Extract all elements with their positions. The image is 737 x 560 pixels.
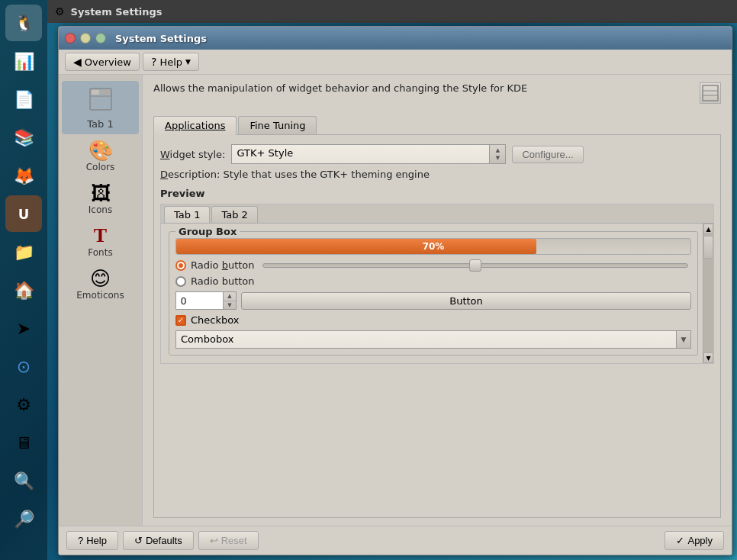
description-prefix-rest: escription: — [168, 169, 224, 180]
description-bar: Allows the manipulation of widget behavi… — [153, 82, 721, 108]
colors-label: Colors — [86, 162, 115, 172]
spinner-input[interactable]: 0 — [175, 291, 223, 310]
widget-style-select[interactable]: GTK+ Style — [231, 144, 489, 164]
window-title: System Settings — [115, 33, 207, 44]
maximize-button[interactable] — [95, 33, 106, 43]
help-toolbar-button[interactable]: ? Help ▼ — [143, 53, 199, 71]
preview-tab1-label: Tab 1 — [174, 209, 200, 220]
radio2-button[interactable] — [175, 276, 186, 287]
sidebar-item-icons[interactable]: 🖼 Icons — [62, 179, 139, 220]
description-line: Description: Style that uses the GTK+ th… — [160, 169, 714, 180]
radio1-row: Radio button — [175, 259, 255, 271]
spinner-btn-row: 0 ▲ ▼ Button — [175, 291, 691, 310]
bottom-bar: ? Help ↺ Defaults ↩ Reset ✓ Apply — [59, 526, 732, 555]
scroll-up-button[interactable]: ▲ — [703, 224, 713, 234]
apply-label: Apply — [687, 535, 713, 546]
slider-handle[interactable] — [469, 259, 481, 272]
app-title: System Settings — [71, 6, 163, 18]
taskbar-document[interactable]: 📄 — [5, 81, 42, 117]
scroll-down-button[interactable]: ▼ — [703, 352, 713, 363]
description-prefix: D — [160, 169, 168, 180]
combobox-input[interactable]: Combobox — [175, 330, 676, 349]
minimize-button[interactable] — [80, 33, 91, 43]
preview-button[interactable]: Button — [241, 292, 691, 310]
main-tabs: Applications Fine Tuning — [153, 116, 721, 135]
taskbar-ubuntu[interactable]: 🐧 — [5, 5, 42, 41]
spinner-arrows[interactable]: ▲ ▼ — [223, 291, 237, 310]
checkbox[interactable]: ✓ — [175, 315, 186, 326]
widget-style-value: GTK+ Style — [237, 147, 293, 159]
button-label: Button — [449, 295, 483, 307]
configure-button[interactable]: Configure... — [512, 146, 583, 163]
style-preview-icon — [700, 82, 721, 104]
checkbox-label: Checkbox — [191, 314, 240, 326]
close-button[interactable] — [65, 33, 76, 43]
svg-rect-3 — [101, 90, 110, 95]
preview-box: Tab 1 Tab 2 Group Box — [160, 204, 714, 364]
style-icon — [87, 85, 114, 117]
spinner-down[interactable]: ▼ — [224, 301, 236, 310]
taskbar-home[interactable]: 🏠 — [5, 272, 42, 308]
taskbar-folder[interactable]: 📁 — [5, 233, 42, 270]
sidebar-item-emoticons[interactable]: 😊 Emoticons — [62, 264, 139, 305]
sidebar: Tab 1 🎨 Colors 🖼 Icons T Fonts 😊 Emotico… — [59, 75, 143, 526]
sidebar-item-style[interactable]: Tab 1 — [62, 81, 139, 134]
progress-bar: 70% — [175, 238, 691, 255]
tab-fine-tuning[interactable]: Fine Tuning — [238, 116, 317, 134]
taskbar-search[interactable]: 🔍 — [5, 462, 42, 499]
widget-style-label-rest: idget style: — [170, 149, 226, 160]
reset-label: Reset — [221, 535, 247, 546]
description-text: Allows the manipulation of widget behavi… — [153, 82, 527, 94]
emoticons-label: Emoticons — [76, 290, 124, 301]
icons-icon: 🖼 — [91, 183, 111, 203]
combobox-arrow[interactable]: ▼ — [676, 330, 691, 349]
taskbar-firefox[interactable]: 🦊 — [5, 157, 42, 194]
defaults-button[interactable]: ↺ Defaults — [123, 531, 194, 550]
help-btn-label: Help — [86, 535, 107, 546]
taskbar-spreadsheet[interactable]: 📊 — [5, 43, 42, 79]
sidebar-item-colors[interactable]: 🎨 Colors — [62, 136, 139, 177]
help-icon: ? — [151, 56, 156, 68]
preview-tab2-label: Tab 2 — [221, 209, 247, 220]
tab-content: Widget style: GTK+ Style Configure... De… — [153, 135, 721, 518]
radio1-button[interactable] — [175, 260, 186, 271]
scroll-thumb[interactable] — [703, 236, 713, 259]
help-button[interactable]: ? Help — [66, 531, 118, 550]
tab-applications[interactable]: Applications — [153, 116, 237, 135]
colors-icon: 🎨 — [89, 140, 113, 160]
content-area: Tab 1 🎨 Colors 🖼 Icons T Fonts 😊 Emotico… — [59, 75, 732, 526]
taskbar-book[interactable]: 📚 — [5, 119, 42, 156]
sidebar-item-fonts[interactable]: T Fonts — [62, 221, 139, 262]
defaults-icon: ↺ — [134, 535, 143, 546]
widget-style-combo-arrow[interactable] — [489, 144, 506, 164]
overview-label: Overview — [85, 56, 131, 68]
tab-fine-tuning-label: Fine Tuning — [249, 120, 305, 131]
preview-label: Preview — [160, 188, 714, 199]
preview-tab2[interactable]: Tab 2 — [211, 206, 257, 223]
apply-icon: ✓ — [676, 535, 684, 546]
reset-icon: ↩ — [210, 535, 218, 546]
taskbar-arrow[interactable]: ➤ — [5, 310, 42, 346]
widget-style-label: Widget style: — [160, 149, 225, 160]
reset-button[interactable]: ↩ Reset — [198, 531, 259, 550]
style-label: Tab 1 — [87, 118, 113, 130]
taskbar-settings[interactable]: ⚙ — [5, 386, 42, 423]
toolbar: ◀ Overview ? Help ▼ — [59, 50, 732, 75]
apply-button[interactable]: ✓ Apply — [665, 531, 724, 550]
svg-rect-2 — [92, 90, 99, 95]
taskbar-chrome[interactable]: ⊙ — [5, 348, 42, 385]
group-box-content: 70% — [175, 238, 691, 349]
slider-track[interactable] — [262, 263, 688, 268]
taskbar-u[interactable]: U — [5, 195, 42, 232]
preview-scrollbar: ▲ ▼ — [703, 224, 713, 363]
preview-tab1[interactable]: Tab 1 — [164, 206, 210, 223]
radio2-label: Radio button — [191, 275, 255, 287]
group-box: Group Box 70% — [169, 231, 698, 356]
taskbar-monitor[interactable]: 🖥 — [5, 424, 42, 461]
radio1-label: Radio button — [191, 259, 255, 271]
preview-combobox: Combobox ▼ — [175, 330, 691, 349]
overview-button[interactable]: ◀ Overview — [65, 53, 140, 71]
taskbar-search2[interactable]: 🔎 — [5, 500, 42, 537]
spinner-up[interactable]: ▲ — [224, 292, 236, 301]
configure-label: Configure... — [522, 149, 573, 160]
